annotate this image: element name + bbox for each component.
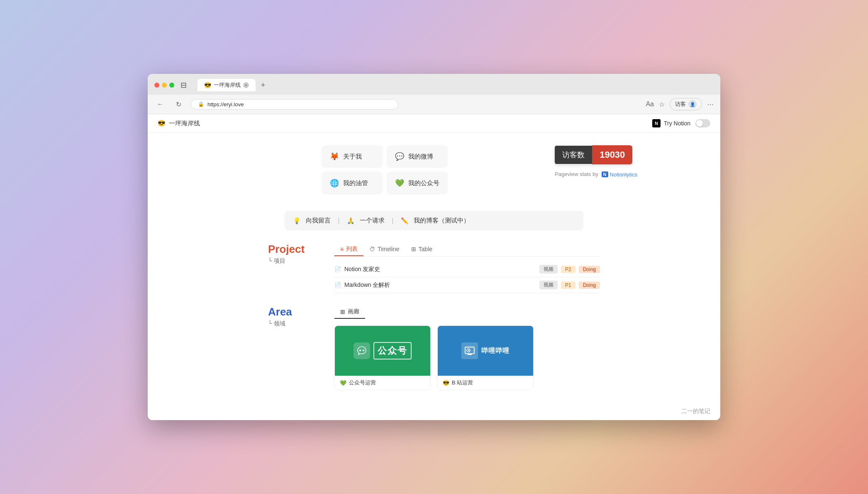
pageview-text: Pageview stats by N Notionlytics	[555, 171, 637, 178]
title-bar: ⊟ 😎 一坪海岸线 × +	[148, 74, 720, 95]
wechat-card-title: 公众号运营	[349, 379, 376, 386]
bookmark-icon[interactable]: ☆	[659, 100, 665, 108]
gallery-tabs: ⊞ 画廊	[334, 306, 365, 319]
bilibili-card-content: 哔哩哔哩	[461, 342, 510, 359]
notion-header-right: N Try Notion	[652, 119, 710, 127]
area-title: Area	[268, 306, 318, 318]
message-text[interactable]: 向我留言	[306, 217, 331, 225]
table-row-2: 📄 Markdown 全解析 视频 P1 Doing	[334, 277, 600, 293]
footer-text: 二一的笔记	[681, 408, 710, 414]
nav-card-wechat[interactable]: 💚 我的公众号	[387, 172, 448, 194]
row-doc-icon-2: 📄	[334, 282, 341, 288]
view-tabs: ≡ 列表 ⏱ Timeline ⊞ Table	[334, 243, 600, 257]
tag-video-2: 视频	[539, 281, 558, 289]
site-logo: 😎 一坪海岸线	[158, 120, 200, 127]
divider-1: ｜	[336, 217, 342, 225]
row-doc-icon-1: 📄	[334, 266, 341, 272]
try-notion-button[interactable]: N Try Notion	[652, 119, 690, 127]
gallery-card-wechat[interactable]: 公众号 💚 公众号运营	[334, 325, 431, 390]
weibo-label: 我的微博	[408, 153, 433, 161]
active-tab[interactable]: 😎 一坪海岸线 ×	[197, 79, 256, 91]
row-title-1[interactable]: Notion 发家史	[344, 266, 539, 273]
gallery-image-wechat: 公众号	[335, 326, 430, 376]
sections-layout: Project └ 项目 ≡ 列表 ⏱ Timeline	[268, 243, 600, 293]
area-sections-layout: Area └ 领域 ⊞ 画廊	[268, 306, 600, 390]
try-notion-label: Try Notion	[664, 120, 690, 127]
weibo-icon: 💬	[395, 152, 404, 161]
page-content: 😎 一坪海岸线 N Try Notion 🦊	[148, 114, 720, 420]
close-button[interactable]	[154, 83, 159, 88]
minimize-button[interactable]	[162, 83, 167, 88]
site-emoji: 😎	[158, 120, 166, 127]
toolbar-right: Aa ☆ 访客 👤 ⋯	[646, 98, 714, 110]
back-button[interactable]: ←	[154, 98, 166, 110]
url-bar[interactable]: 🔒 https://eryi.love	[191, 99, 398, 110]
area-label: Area └ 领域	[268, 306, 318, 328]
refresh-button[interactable]: ↻	[173, 98, 184, 110]
gallery-tab[interactable]: ⊞ 画廊	[334, 306, 365, 318]
area-content: ⊞ 画廊	[334, 306, 600, 390]
wechat-logo	[354, 342, 370, 359]
nav-card-weibo[interactable]: 💬 我的微博	[387, 145, 448, 168]
more-options-icon[interactable]: ⋯	[707, 100, 714, 108]
timeline-icon: ⏱	[369, 246, 375, 252]
timeline-label: Timeline	[378, 246, 399, 252]
visitor-label: 访客	[675, 100, 686, 108]
sidebar-icon[interactable]: ⊟	[178, 79, 189, 91]
list-label: 列表	[346, 245, 358, 253]
tag-video-1: 视频	[539, 265, 558, 274]
row-tags-1: 视频 P2 Doing	[539, 265, 600, 274]
nav-card-youtube[interactable]: 🌐 我的油管	[322, 172, 383, 194]
tag-doing-2: Doing	[579, 281, 600, 289]
nav-card-about[interactable]: 🦊 关于我	[322, 145, 383, 168]
gallery-card-bilibili[interactable]: 哔哩哔哩 😎 B 站运营	[437, 325, 534, 390]
wechat-card-content: 公众号	[354, 342, 412, 359]
reader-mode-icon[interactable]: Aa	[646, 100, 654, 108]
project-label: Project └ 项目	[268, 243, 318, 265]
gallery-image-bilibili: 哔哩哔哩	[438, 326, 533, 376]
table-row: 📄 Notion 发家史 视频 P2 Doing	[334, 262, 600, 277]
bilibili-label-icon: 😎	[443, 380, 449, 386]
about-label: 关于我	[343, 153, 362, 161]
row-title-2[interactable]: Markdown 全解析	[344, 281, 539, 289]
new-tab-button[interactable]: +	[257, 79, 269, 91]
page-footer: 二一的笔记	[148, 403, 720, 420]
blog-icon: ✏️	[401, 217, 409, 225]
notionlytics-link[interactable]: Notionlytics	[610, 171, 637, 178]
maximize-button[interactable]	[169, 83, 174, 88]
tab-close-button[interactable]: ×	[243, 82, 249, 88]
tab-bar: 😎 一坪海岸线 × +	[197, 79, 714, 91]
about-icon: 🦊	[330, 152, 339, 161]
tab-list[interactable]: ≡ 列表	[334, 243, 363, 256]
project-title: Project	[268, 243, 318, 256]
svg-marker-4	[468, 350, 470, 351]
request-text[interactable]: 一个请求	[360, 217, 385, 225]
toggle-switch[interactable]	[695, 119, 710, 127]
blog-text[interactable]: 我的博客（测试中）	[414, 217, 470, 225]
gallery-icon: ⊞	[340, 308, 345, 315]
vc-label: 访客数	[555, 146, 592, 164]
project-subtitle: └ 项目	[268, 257, 318, 265]
visitor-counter: 访客数 19030	[555, 145, 632, 164]
visitor-button[interactable]: 访客 👤	[670, 98, 702, 110]
youtube-label: 我的油管	[343, 179, 368, 187]
svg-point-1	[363, 350, 364, 351]
list-icon: ≡	[340, 246, 344, 252]
tab-table[interactable]: ⊞ Table	[405, 243, 438, 256]
tab-timeline[interactable]: ⏱ Timeline	[363, 243, 405, 256]
site-title: 一坪海岸线	[169, 120, 200, 127]
tag-doing-1: Doing	[579, 266, 600, 273]
bilibili-logo	[461, 342, 478, 359]
nav-grid: 🦊 关于我 💬 我的微博 🌐 我的油管 💚 我的公众号	[322, 145, 448, 194]
bilibili-card-title: B 站运营	[452, 379, 473, 386]
table-icon: ⊞	[411, 246, 416, 252]
url-text: https://eryi.love	[207, 101, 244, 108]
wechat-icon: 💚	[395, 179, 404, 188]
divider-2: ｜	[390, 217, 396, 225]
tab-title: 一坪海岸线	[214, 81, 241, 89]
gallery-label: 画廊	[348, 308, 359, 315]
traffic-lights	[154, 83, 174, 88]
request-icon: 🙏	[347, 217, 355, 225]
youtube-icon: 🌐	[330, 179, 339, 188]
browser-window: ⊟ 😎 一坪海岸线 × + ← ↻ 🔒 https://eryi.love Aa…	[148, 74, 720, 420]
